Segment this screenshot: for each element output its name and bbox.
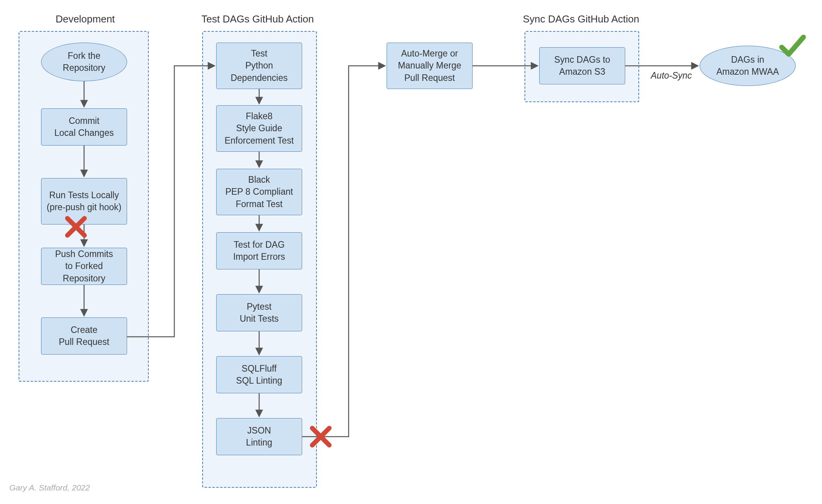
node-text: DAGs in: [731, 55, 764, 65]
node-dags-in-mwaa: DAGs in Amazon MWAA: [700, 46, 796, 86]
footer-credit: Gary A. Stafford, 2022: [9, 483, 90, 492]
node-text: to Forked Repository: [63, 261, 105, 283]
node-text: Enforcement Test: [225, 135, 294, 146]
node-text: Pull Request: [59, 337, 109, 347]
node-commit-local-changes: Commit Local Changes: [41, 108, 127, 146]
node-text: Style Guide: [236, 123, 282, 133]
node-text: Run Tests Locally: [49, 190, 119, 200]
node-text: Format Test: [236, 199, 282, 209]
node-text: Import Errors: [233, 252, 285, 262]
diagram-canvas: Development Test DAGs GitHub Action Sync…: [0, 0, 822, 504]
node-create-pull-request: Create Pull Request: [41, 317, 127, 355]
node-text: Manually Merge: [398, 60, 461, 70]
node-pytest-unit-tests: Pytest Unit Tests: [216, 294, 302, 331]
node-text: Local Changes: [54, 128, 113, 138]
node-run-tests-locally: Run Tests Locally (pre-push git hook): [41, 178, 127, 225]
node-text: Create: [71, 325, 97, 335]
node-text: Amazon MWAA: [716, 67, 779, 77]
node-text: Pytest: [247, 302, 272, 312]
node-merge-pull-request: Auto-Merge or Manually Merge Pull Reques…: [387, 43, 473, 89]
node-text: Commit: [69, 116, 99, 126]
group-title-sync: Sync DAGs GitHub Action: [515, 13, 647, 25]
node-text: Fork the: [68, 51, 100, 61]
node-push-commits: Push Commits to Forked Repository: [41, 248, 127, 285]
node-text: Dependencies: [230, 73, 287, 83]
node-text: Sync DAGs to: [554, 55, 610, 65]
node-dag-import-errors: Test for DAG Import Errors: [216, 232, 302, 269]
group-title-test: Test DAGs GitHub Action: [194, 13, 322, 25]
node-black-format: Black PEP 8 Compliant Format Test: [216, 169, 302, 215]
node-json-linting: JSON Linting: [216, 418, 302, 455]
node-text: Unit Tests: [240, 314, 279, 324]
node-text: (pre-push git hook): [46, 202, 121, 212]
node-text: Test for DAG: [234, 240, 285, 250]
node-text: SQL Linting: [236, 375, 282, 386]
node-text: Amazon S3: [559, 67, 605, 77]
node-text: Python: [245, 60, 273, 70]
node-text: Test: [251, 48, 267, 58]
node-text: SQLFluff: [242, 363, 277, 374]
node-text: Push Commits: [55, 249, 113, 259]
node-text: Pull Request: [404, 73, 455, 83]
node-text: JSON: [247, 425, 271, 435]
node-flake8: Flake8 Style Guide Enforcement Test: [216, 105, 302, 152]
node-fork-repository: Fork the Repository: [41, 43, 127, 81]
node-test-python-dependencies: Test Python Dependencies: [216, 43, 302, 89]
node-text: Auto-Merge or: [401, 48, 458, 58]
node-text: Repository: [63, 63, 105, 73]
node-sqlfluff: SQLFluff SQL Linting: [216, 356, 302, 393]
group-title-dev: Development: [39, 13, 132, 25]
node-sync-dags-s3: Sync DAGs to Amazon S3: [539, 47, 625, 84]
node-text: Flake8: [246, 111, 272, 121]
node-text: PEP 8 Compliant: [225, 187, 293, 197]
node-text: Black: [248, 175, 270, 185]
node-text: Linting: [246, 437, 272, 447]
edge-label-autosync: Auto-Sync: [651, 70, 692, 81]
